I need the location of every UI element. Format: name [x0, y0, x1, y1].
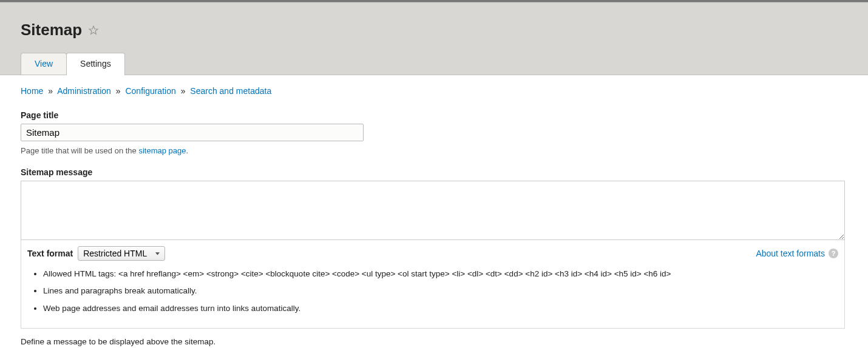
- breadcrumb: Home » Administration » Configuration » …: [21, 86, 847, 96]
- page-title-text: Sitemap: [21, 21, 82, 39]
- svg-marker-0: [89, 26, 98, 34]
- page-title: Sitemap: [21, 21, 847, 39]
- breadcrumb-configuration[interactable]: Configuration: [125, 86, 175, 96]
- breadcrumb-search-metadata[interactable]: Search and metadata: [190, 86, 271, 96]
- sitemap-message-description: Define a message to be displayed above t…: [21, 337, 847, 346]
- help-icon[interactable]: ?: [829, 249, 838, 258]
- sitemap-message-wrapper: Sitemap message Text format Restricted H…: [21, 167, 847, 346]
- text-format-label: Text format: [27, 249, 73, 258]
- breadcrumb-home[interactable]: Home: [21, 86, 43, 96]
- tab-settings-label: Settings: [80, 59, 111, 69]
- tab-view[interactable]: View: [21, 53, 67, 75]
- page-title-description: Page title that will be used on the site…: [21, 146, 847, 155]
- breadcrumb-sep: »: [178, 86, 188, 96]
- tab-view-label: View: [35, 59, 53, 69]
- about-text-formats-link[interactable]: About text formats: [756, 249, 825, 258]
- content-region: Home » Administration » Configuration » …: [0, 75, 868, 348]
- sitemap-page-link[interactable]: sitemap page: [138, 146, 186, 155]
- page-title-desc-suffix: .: [186, 146, 188, 155]
- sitemap-message-label: Sitemap message: [21, 167, 847, 177]
- page-title-label: Page title: [21, 110, 847, 120]
- tab-settings[interactable]: Settings: [66, 53, 125, 75]
- text-format-select[interactable]: Restricted HTML: [78, 246, 165, 261]
- breadcrumb-sep: »: [46, 86, 55, 96]
- sitemap-message-textarea[interactable]: [21, 181, 845, 240]
- format-tip: Allowed HTML tags: <a href hreflang> <em…: [43, 268, 838, 280]
- header-region: Sitemap View Settings: [0, 2, 868, 75]
- page-title-field-wrapper: Page title Page title that will be used …: [21, 110, 847, 155]
- primary-tabs: View Settings: [21, 53, 847, 75]
- text-format-wrapper: Text format Restricted HTML About text f…: [21, 240, 845, 329]
- breadcrumb-sep: »: [114, 86, 123, 96]
- format-tip: Lines and paragraphs break automatically…: [43, 285, 838, 297]
- breadcrumb-administration[interactable]: Administration: [57, 86, 111, 96]
- format-tip: Web page addresses and email addresses t…: [43, 303, 838, 315]
- format-tips-list: Allowed HTML tags: <a href hreflang> <em…: [27, 268, 838, 315]
- page-title-desc-prefix: Page title that will be used on the: [21, 146, 138, 155]
- page-title-input[interactable]: [21, 124, 364, 141]
- star-icon[interactable]: [88, 25, 99, 36]
